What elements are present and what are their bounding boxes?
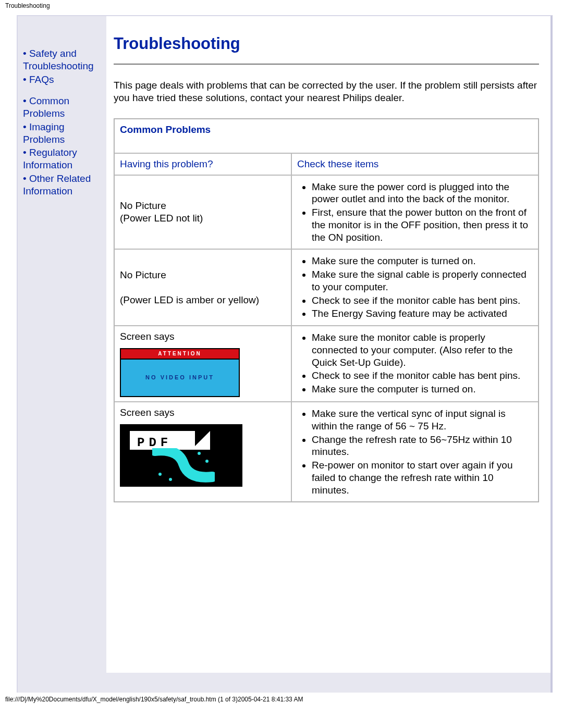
check-item: Make sure the signal cable is properly c…: [312, 268, 533, 293]
check-item: First, ensure that the power button on t…: [312, 206, 533, 243]
troubleshooting-table: Common Problems Having this problem? Che…: [114, 118, 539, 502]
sidebar-item-safety[interactable]: • Safety and Troubleshooting: [23, 47, 103, 72]
table-row: No Picture (Power LED not lit) Make sure…: [114, 175, 538, 250]
pdf-graphic: PDF: [120, 424, 242, 487]
check-item: Check to see if the monitor cable has be…: [312, 369, 533, 382]
intro-paragraph: This page deals with problems that can b…: [114, 79, 539, 104]
page-frame: • Safety and Troubleshooting • FAQs • Co…: [17, 15, 553, 693]
section-title-text: Common Problems: [120, 124, 211, 135]
attention-header: ATTENTION: [121, 349, 239, 360]
check-item: Change the refresh rate to 56~75Hz withi…: [312, 434, 533, 459]
check-item: Make sure the monitor cable is properly …: [312, 331, 533, 368]
check-item: Make sure the computer is turned on.: [312, 383, 533, 396]
problem-cell: Screen says PDF: [114, 402, 291, 502]
sidebar-link-label[interactable]: Regulatory Information: [23, 147, 77, 170]
check-cell: Make sure the monitor cable is properly …: [291, 326, 538, 402]
col-header-check: Check these items: [291, 153, 538, 175]
divider: [114, 64, 539, 65]
main-content: Troubleshooting This page deals with pro…: [106, 16, 550, 673]
table-row: Screen says ATTENTION NO VIDEO INPUT Mak…: [114, 326, 538, 402]
svg-point-0: [158, 473, 162, 476]
check-item: Make sure the vertical sync of input sig…: [312, 408, 533, 433]
problem-cell: Screen says ATTENTION NO VIDEO INPUT: [114, 326, 291, 402]
check-item: Check to see if the monitor cable has be…: [312, 294, 533, 307]
table-row: Screen says PDF: [114, 402, 538, 502]
sidebar-item-other-related[interactable]: • Other Related Information: [23, 172, 103, 198]
attention-graphic: ATTENTION NO VIDEO INPUT: [120, 348, 240, 397]
pdf-swoosh-icon: [152, 448, 215, 485]
sidebar-item-imaging-problems[interactable]: • Imaging Problems: [23, 121, 103, 146]
svg-point-2: [198, 452, 201, 455]
check-cell: Make sure the power cord is plugged into…: [291, 175, 538, 250]
problem-line1: Screen says: [120, 407, 175, 418]
page-title: Troubleshooting: [114, 34, 539, 54]
problem-line1: No Picture: [120, 200, 166, 211]
sidebar-link-label[interactable]: Safety and Troubleshooting: [23, 48, 94, 71]
status-footer: file:///D|/My%20Documents/dfu/X_model/en…: [0, 693, 563, 707]
sidebar-link-label[interactable]: Other Related Information: [23, 173, 91, 196]
problem-line1: No Picture: [120, 269, 166, 280]
table-section-title: Common Problems: [114, 119, 538, 153]
problem-line2: (Power LED not lit): [120, 213, 203, 224]
problem-cell: No Picture (Power LED not lit): [114, 175, 291, 250]
sidebar-link-label[interactable]: Common Problems: [23, 95, 69, 119]
sidebar-item-faqs[interactable]: • FAQs: [23, 73, 103, 86]
sidebar-link-label[interactable]: Imaging Problems: [23, 121, 65, 145]
check-item: Make sure the computer is turned on.: [312, 255, 533, 267]
sidebar-item-regulatory[interactable]: • Regulatory Information: [23, 146, 103, 171]
check-cell: Make sure the vertical sync of input sig…: [291, 402, 538, 502]
svg-point-3: [205, 460, 209, 463]
problem-cell: No Picture (Power LED is amber or yellow…: [114, 249, 291, 326]
sidebar-link-label[interactable]: FAQs: [29, 74, 54, 85]
table-row: No Picture (Power LED is amber or yellow…: [114, 249, 538, 326]
browser-title: Troubleshooting: [0, 0, 563, 11]
problem-line2: (Power LED is amber or yellow): [120, 294, 259, 305]
svg-point-1: [169, 478, 172, 481]
col-header-problem: Having this problem?: [114, 153, 291, 175]
sidebar-nav: • Safety and Troubleshooting • FAQs • Co…: [18, 16, 106, 212]
sidebar-item-common-problems[interactable]: • Common Problems: [23, 95, 103, 120]
check-cell: Make sure the computer is turned on. Mak…: [291, 249, 538, 326]
attention-body: NO VIDEO INPUT: [121, 360, 239, 396]
check-item: The Energy Saving feature may be activat…: [312, 307, 533, 320]
problem-line1: Screen says: [120, 331, 175, 342]
check-item: Make sure the power cord is plugged into…: [312, 181, 533, 206]
check-item: Re-power on monitor to start over again …: [312, 459, 533, 496]
